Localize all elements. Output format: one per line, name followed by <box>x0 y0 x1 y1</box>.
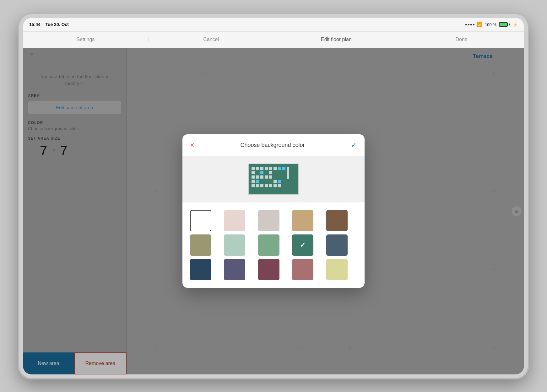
modal-preview <box>182 156 365 202</box>
battery-bar <box>499 22 508 27</box>
color-swatch-sage[interactable] <box>258 234 279 256</box>
modal-close-button[interactable]: × <box>190 141 194 149</box>
color-swatch-mauve[interactable] <box>258 259 279 280</box>
signal-dot <box>465 24 467 25</box>
cancel-button[interactable]: Cancel <box>203 37 219 42</box>
color-swatch-slate[interactable] <box>224 259 245 280</box>
status-bar: 15:44 Tue 20. Oct 📶 100 % ⚡ <box>23 18 524 32</box>
signal-dots <box>465 24 474 25</box>
cancel-section: Cancel <box>149 37 274 42</box>
color-swatch-teal-dark[interactable]: ✓ <box>292 234 313 256</box>
color-picker-modal: × Choose background color ✓ <box>182 134 365 288</box>
battery-tip <box>509 24 510 25</box>
nav-title: Edit floor plan <box>321 37 352 42</box>
signal-dot <box>470 24 472 25</box>
color-swatch-navy[interactable] <box>326 234 348 256</box>
wifi-icon: 📶 <box>477 22 482 27</box>
color-swatch-mint-light[interactable] <box>224 234 245 256</box>
date-display: Tue 20. Oct <box>45 22 68 27</box>
color-palette: ✓ <box>182 202 365 288</box>
status-time: 15:44 Tue 20. Oct <box>29 22 69 27</box>
color-grid: ✓ <box>190 210 357 280</box>
color-swatch-dusty-rose[interactable] <box>292 259 313 280</box>
color-swatch-gray-light[interactable] <box>258 210 279 231</box>
time-display: 15:44 <box>29 22 41 27</box>
settings-label[interactable]: Settings <box>76 37 95 42</box>
modal-overlay: × Choose background color ✓ <box>23 48 524 374</box>
done-section: Done <box>399 37 524 42</box>
color-swatch-brown[interactable] <box>326 210 348 231</box>
nav-bar: Settings Cancel Edit floor plan Done <box>23 32 524 48</box>
title-section: Edit floor plan <box>274 37 399 42</box>
signal-dot <box>468 24 469 25</box>
color-swatch-pink-light[interactable] <box>224 210 245 231</box>
battery-percent: 100 % <box>485 22 496 27</box>
floor-preview-image <box>248 164 299 195</box>
main-content: Tap on a table on the floor plan to modi… <box>23 48 524 374</box>
done-button[interactable]: Done <box>456 37 468 42</box>
signal-dot <box>473 24 474 25</box>
modal-header: × Choose background color ✓ <box>182 134 365 156</box>
charging-icon: ⚡ <box>513 22 518 27</box>
modal-title: Choose background color <box>240 142 305 148</box>
battery-indicator <box>499 22 510 27</box>
color-swatch-white[interactable] <box>190 210 211 231</box>
color-swatch-navy-dark[interactable] <box>190 259 211 280</box>
color-swatch-tan[interactable] <box>292 210 313 231</box>
modal-confirm-button[interactable]: ✓ <box>351 141 357 149</box>
color-swatch-olive[interactable] <box>190 234 211 256</box>
settings-section: Settings <box>23 37 149 42</box>
color-swatch-cream[interactable] <box>326 259 348 280</box>
status-right: 📶 100 % ⚡ <box>465 22 518 27</box>
ipad-frame: 15:44 Tue 20. Oct 📶 100 % ⚡ Settings <box>19 14 528 378</box>
